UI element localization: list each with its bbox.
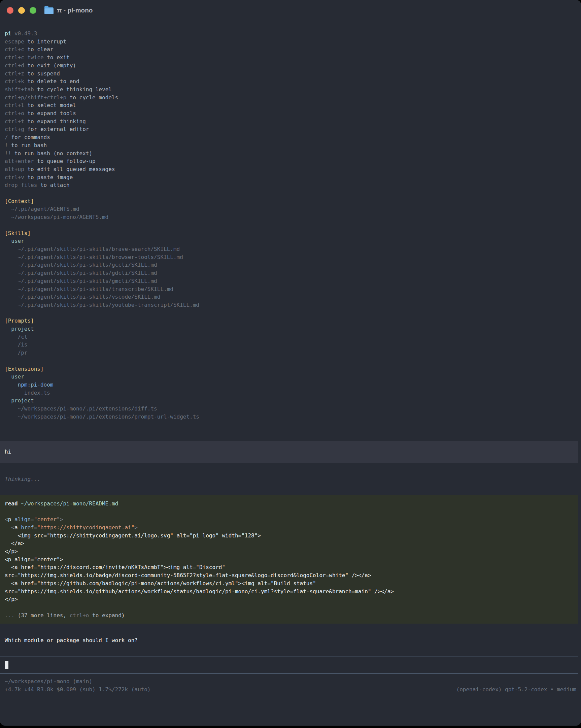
terminal-line: ctrl+k to delete to end: [0, 77, 581, 85]
terminal-line: </p>: [0, 547, 578, 555]
terminal-content: pi v0.49.3escape to interruptctrl+c to c…: [0, 21, 581, 694]
terminal-line: ctrl+t to expand thinking: [0, 118, 581, 126]
terminal-line: project: [0, 397, 581, 405]
terminal-line: ~/workspaces/pi-mono/.pi/extensions/prom…: [0, 413, 581, 421]
titlebar: π - pi-mono: [0, 0, 581, 21]
terminal-line: ctrl+z to suspend: [0, 70, 581, 78]
terminal-line: <p align="center">: [0, 516, 578, 524]
terminal-line: ctrl+d to exit (empty): [0, 61, 581, 70]
cwd-status: ~/workspaces/pi-mono (main): [5, 677, 92, 685]
terminal-line: ! to run bash: [0, 141, 581, 150]
terminal-line: /cl: [0, 333, 581, 341]
terminal-line: ... (37 more lines, ctrl+o to expand): [0, 612, 578, 620]
terminal-line: src="https://img.shields.io/github/actio…: [0, 588, 578, 596]
terminal-line: src="https://img.shields.io/badge/discor…: [0, 571, 578, 579]
window-controls: [7, 7, 36, 14]
terminal-line: </p>: [0, 595, 578, 603]
terminal-line: escape to interrupt: [0, 38, 581, 46]
terminal-line: <a href="https://github.com/badlogic/pi-…: [0, 579, 578, 588]
terminal-line: [Extensions]: [0, 365, 581, 373]
terminal-line: drop files to attach: [0, 181, 581, 189]
terminal-line: /is: [0, 341, 581, 349]
model-info: (openai-codex) gpt-5.2-codex • medium: [456, 685, 576, 694]
terminal-line: <img src="https://shittycodingagent.ai/l…: [0, 532, 578, 540]
terminal-line: user: [0, 237, 581, 245]
assistant-message: Which module or package should I work on…: [0, 636, 581, 645]
terminal-line: ctrl+o to expand tools: [0, 109, 581, 118]
terminal-line: ~/.pi/agent/skills/pi-skills/gccli/SKILL…: [0, 261, 581, 269]
zoom-button[interactable]: [30, 7, 36, 14]
terminal-line: ~/.pi/agent/skills/pi-skills/vscode/SKIL…: [0, 293, 581, 301]
terminal-line: / for commands: [0, 133, 581, 141]
terminal-window: π - pi-mono pi v0.49.3escape to interrup…: [0, 0, 581, 726]
terminal-line: </a>: [0, 540, 578, 547]
title-group: π - pi-mono: [45, 6, 93, 15]
terminal-line: [Context]: [0, 197, 581, 205]
user-message-text: hi: [0, 448, 578, 456]
terminal-line: ~/.pi/agent/AGENTS.md: [0, 205, 581, 213]
terminal-line: ctrl+p/shift+ctrl+p to cycle models: [0, 94, 581, 102]
terminal-line: npm:pi-doom: [0, 381, 581, 389]
terminal-line: /pr: [0, 349, 581, 357]
user-message: hi: [0, 441, 578, 463]
terminal-line: ~/workspaces/pi-mono/AGENTS.md: [0, 213, 581, 221]
window-title: π - pi-mono: [57, 6, 93, 15]
token-stats: ↑4.7k ↓44 R3.8k $0.009 (sub) 1.7%/272k (…: [5, 685, 151, 694]
terminal-line: [Prompts]: [0, 317, 581, 325]
terminal-line: [0, 508, 578, 516]
terminal-line: ctrl+c twice to exit: [0, 54, 581, 61]
terminal-line: [0, 603, 578, 612]
input-cursor: [5, 661, 8, 669]
terminal-line: shift+tab to cycle thinking level: [0, 85, 581, 94]
status-bar: ~/workspaces/pi-mono (main) ↑4.7k ↓44 R3…: [0, 677, 581, 693]
tool-call-block: read ~/workspaces/pi-mono/README.md <p a…: [0, 495, 578, 624]
terminal-line: [0, 357, 581, 365]
terminal-line: ~/.pi/agent/skills/pi-skills/gdcli/SKILL…: [0, 269, 581, 277]
terminal-line: <p align="center">: [0, 555, 578, 564]
close-button[interactable]: [7, 7, 14, 14]
terminal-line: ctrl+v to paste image: [0, 174, 581, 182]
terminal-line: [0, 189, 581, 197]
terminal-line: ~/.pi/agent/skills/pi-skills/brave-searc…: [0, 245, 581, 253]
thinking-indicator: Thinking...: [0, 475, 581, 483]
terminal-line: project: [0, 325, 581, 333]
terminal-line: ctrl+g for external editor: [0, 125, 581, 133]
terminal-line: [Skills]: [0, 229, 581, 237]
terminal-line: [0, 221, 581, 229]
terminal-line: ~/workspaces/pi-mono/.pi/extensions/diff…: [0, 405, 581, 413]
terminal-line: user: [0, 373, 581, 381]
terminal-line: pi v0.49.3: [0, 30, 581, 38]
terminal-line: !! to run bash (no context): [0, 150, 581, 158]
startup-info: pi v0.49.3escape to interruptctrl+c to c…: [0, 30, 581, 421]
prompt-input[interactable]: [0, 657, 578, 673]
terminal-line: ~/.pi/agent/skills/pi-skills/youtube-tra…: [0, 301, 581, 309]
terminal-line: ctrl+c to clear: [0, 46, 581, 54]
terminal-line: ~/.pi/agent/skills/pi-skills/gmcli/SKILL…: [0, 277, 581, 285]
terminal-line: <a href="https://discord.com/invite/nKXT…: [0, 563, 578, 571]
minimize-button[interactable]: [18, 7, 25, 14]
terminal-line: alt+up to edit all queued messages: [0, 165, 581, 174]
terminal-line: [0, 309, 581, 317]
terminal-line: alt+enter to queue follow-up: [0, 157, 581, 165]
terminal-line: <a href="https://shittycodingagent.ai">: [0, 524, 578, 532]
terminal-line: ~/.pi/agent/skills/pi-skills/browser-too…: [0, 253, 581, 261]
terminal-line: index.ts: [0, 389, 581, 397]
terminal-line: read ~/workspaces/pi-mono/README.md: [0, 500, 578, 508]
folder-icon: [45, 7, 54, 14]
terminal-line: ~/.pi/agent/skills/pi-skills/transcribe/…: [0, 285, 581, 293]
terminal-line: ctrl+l to select model: [0, 101, 581, 109]
